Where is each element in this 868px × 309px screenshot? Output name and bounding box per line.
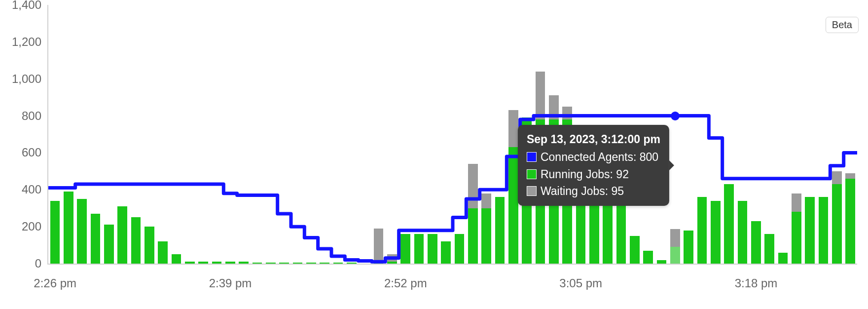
running-jobs-bar[interactable]: [253, 263, 262, 264]
running-jobs-bar[interactable]: [279, 263, 289, 264]
tooltip-value: Running Jobs: 92: [541, 166, 629, 183]
running-jobs-bar[interactable]: [185, 262, 195, 264]
running-jobs-bar[interactable]: [225, 262, 235, 264]
x-tick-label: 2:26 pm: [34, 276, 76, 290]
running-jobs-bar[interactable]: [145, 227, 154, 264]
chart-tooltip: Sep 13, 2023, 3:12:00 pmConnected Agents…: [518, 125, 669, 206]
running-jobs-bar[interactable]: [212, 262, 222, 264]
running-jobs-bar[interactable]: [64, 192, 73, 264]
y-tick-label: 1,200: [12, 35, 41, 49]
waiting-jobs-bar[interactable]: [374, 229, 384, 264]
running-jobs-bar[interactable]: [414, 234, 424, 264]
running-jobs-bar[interactable]: [320, 263, 329, 264]
running-jobs-bar[interactable]: [50, 201, 60, 264]
running-jobs-bar[interactable]: [630, 236, 640, 264]
tooltip-value: Waiting Jobs: 95: [541, 183, 624, 200]
running-jobs-bar[interactable]: [266, 263, 276, 264]
running-jobs-bar[interactable]: [306, 263, 316, 264]
y-tick-label: 200: [22, 220, 41, 233]
running-jobs-bar[interactable]: [455, 234, 465, 264]
gray-swatch-icon: [527, 186, 537, 196]
running-jobs-bar[interactable]: [643, 251, 653, 264]
running-jobs-bar[interactable]: [751, 221, 761, 264]
x-tick-label: 3:05 pm: [559, 276, 602, 290]
running-jobs-bar[interactable]: [239, 262, 249, 264]
x-tick-label: 2:52 pm: [384, 276, 427, 290]
running-jobs-bar[interactable]: [131, 217, 141, 264]
running-jobs-bar[interactable]: [400, 234, 410, 264]
running-jobs-bar[interactable]: [117, 206, 127, 264]
y-tick-label: 400: [22, 183, 41, 196]
running-jobs-bar[interactable]: [347, 263, 357, 264]
running-jobs-bar[interactable]: [468, 208, 478, 264]
running-jobs-bar[interactable]: [481, 208, 491, 264]
running-jobs-bar[interactable]: [724, 184, 734, 264]
running-jobs-bar[interactable]: [832, 184, 842, 264]
y-tick-label: 1,400: [12, 0, 41, 12]
tooltip-timestamp: Sep 13, 2023, 3:12:00 pm: [527, 131, 660, 148]
running-jobs-bar[interactable]: [792, 212, 801, 264]
running-jobs-bar[interactable]: [172, 254, 181, 264]
x-tick-label: 2:39 pm: [209, 276, 252, 290]
y-tick-label: 1,000: [12, 72, 41, 86]
tooltip-row: Waiting Jobs: 95: [527, 183, 660, 200]
y-tick-label: 600: [22, 146, 41, 159]
running-jobs-bar[interactable]: [198, 262, 208, 264]
running-jobs-bar[interactable]: [428, 234, 437, 264]
tooltip-row: Running Jobs: 92: [527, 166, 660, 183]
running-jobs-bar[interactable]: [104, 225, 114, 264]
tooltip-row: Connected Agents: 800: [527, 149, 660, 166]
running-jobs-bar[interactable]: [495, 197, 505, 264]
connected-agents-line: [48, 5, 857, 264]
running-jobs-bar[interactable]: [441, 241, 451, 264]
y-tick-label: 800: [22, 109, 41, 123]
x-tick-label: 3:18 pm: [735, 276, 778, 290]
running-jobs-bar[interactable]: [374, 262, 384, 264]
chart-root: Beta 02004006008001,0001,2001,4002:26 pm…: [0, 0, 868, 309]
running-jobs-bar[interactable]: [805, 197, 815, 264]
blue-swatch-icon: [527, 152, 537, 162]
y-tick-label: 0: [35, 257, 41, 270]
running-jobs-bar[interactable]: [764, 234, 774, 264]
hover-point-marker: [671, 112, 680, 120]
running-jobs-bar[interactable]: [657, 260, 667, 264]
chart-plot-area[interactable]: 02004006008001,0001,2001,4002:26 pm2:39 …: [47, 5, 857, 265]
running-jobs-bar[interactable]: [387, 262, 397, 264]
running-jobs-bar[interactable]: [293, 263, 303, 264]
running-jobs-bar[interactable]: [711, 201, 721, 264]
tooltip-value: Connected Agents: 800: [541, 149, 658, 166]
running-jobs-bar[interactable]: [738, 201, 748, 264]
running-jobs-bar[interactable]: [778, 253, 788, 264]
running-jobs-bar[interactable]: [91, 214, 101, 264]
running-jobs-bar[interactable]: [333, 263, 343, 264]
running-jobs-bar[interactable]: [684, 231, 693, 264]
running-jobs-bar[interactable]: [845, 179, 855, 264]
running-jobs-bar[interactable]: [819, 197, 829, 264]
green-swatch-icon: [527, 169, 537, 179]
running-jobs-bar[interactable]: [670, 247, 680, 264]
running-jobs-bar[interactable]: [508, 147, 518, 264]
running-jobs-bar[interactable]: [697, 197, 707, 264]
running-jobs-bar[interactable]: [158, 241, 168, 264]
running-jobs-bar[interactable]: [77, 199, 87, 264]
